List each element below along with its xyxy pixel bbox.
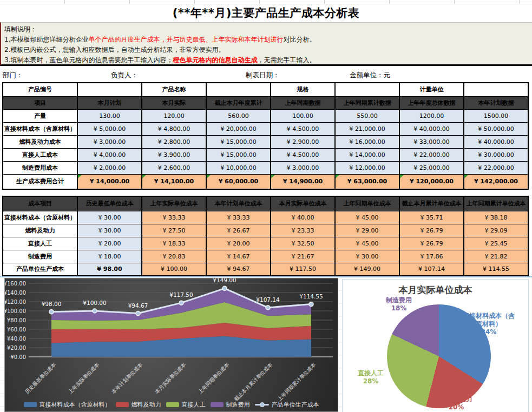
product-info-input[interactable] — [77, 83, 142, 96]
value-cell[interactable]: ¥ 35.71 — [399, 211, 464, 224]
value-cell[interactable]: ¥ 40,000.00 — [399, 122, 464, 135]
value-cell[interactable]: ¥ 5,000.00 — [77, 122, 142, 135]
value-cell[interactable]: ¥ 22,000.00 — [464, 161, 528, 174]
value-cell[interactable]: ¥ 45.00 — [335, 211, 399, 224]
unit-cost-area-chart[interactable]: ¥0.00¥20.00¥40.00¥60.00¥80.00¥100.00¥120… — [4, 278, 338, 412]
value-cell[interactable]: ¥ 14,100.00 — [142, 174, 206, 189]
data-label: ¥94.67 — [128, 302, 148, 309]
value-cell[interactable]: ¥ 30.00 — [77, 211, 142, 224]
value-cell[interactable]: ¥ 45.00 — [335, 237, 399, 250]
value-cell[interactable]: ¥ 94.67 — [206, 263, 271, 276]
value-cell[interactable]: ¥ 30.00 — [77, 224, 142, 237]
amount-unit-label[interactable]: 金额单位：元 — [350, 71, 390, 80]
value-cell[interactable]: ¥ 21.82 — [464, 250, 528, 263]
value-cell[interactable]: ¥ 14.67 — [206, 250, 271, 263]
legend-label: 燃料及动力 — [132, 401, 161, 409]
product-info-input[interactable] — [206, 83, 271, 96]
department-label[interactable]: 部门： — [3, 71, 23, 80]
value-cell[interactable]: ¥ 16,000.00 — [335, 135, 399, 148]
value-cell[interactable]: ¥ 20,000.00 — [206, 122, 271, 135]
value-cell[interactable]: ¥ 15,000.00 — [206, 148, 271, 161]
value-cell[interactable]: ¥ 3,000.00 — [77, 135, 142, 148]
value-cell[interactable]: ¥ 22,000.00 — [399, 148, 464, 161]
value-cell[interactable]: ¥ 63,000.00 — [335, 174, 399, 189]
value-cell[interactable]: ¥ 26.67 — [206, 224, 271, 237]
value-cell[interactable]: 130.00 — [77, 109, 142, 122]
value-cell[interactable]: ¥ 20.00 — [206, 237, 271, 250]
value-cell[interactable]: ¥ 18.00 — [77, 250, 142, 263]
value-cell[interactable]: ¥ 2,000.00 — [77, 161, 142, 174]
y-axis-tick-label: ¥100.00 — [5, 308, 26, 314]
value-cell[interactable]: ¥ 3,000.00 — [271, 161, 335, 174]
value-cell[interactable]: ¥ 2,800.00 — [142, 135, 206, 148]
value-cell[interactable]: ¥ 33.33 — [142, 211, 206, 224]
value-cell[interactable]: ¥ 30,000.00 — [464, 148, 528, 161]
legend-item[interactable]: 直接材料成本（含原材料） — [24, 401, 111, 409]
value-cell[interactable]: ¥ 29.00 — [335, 224, 399, 237]
value-cell[interactable]: 120.00 — [142, 109, 206, 122]
value-cell[interactable]: ¥ 30.00 — [335, 250, 399, 263]
value-cell[interactable]: ¥ 10,000.00 — [206, 161, 271, 174]
value-cell[interactable]: ¥ 40.00 — [271, 211, 335, 224]
value-cell[interactable]: ¥ 20.00 — [77, 237, 142, 250]
value-cell[interactable]: 100.00 — [271, 109, 335, 122]
value-cell[interactable]: ¥ 23.33 — [271, 224, 335, 237]
value-cell[interactable]: ¥ 100.00 — [142, 263, 206, 276]
value-cell[interactable]: ¥ 4,500.00 — [271, 148, 335, 161]
product-info-input[interactable] — [464, 83, 528, 96]
legend-item[interactable]: 直接人工 — [166, 401, 206, 409]
value-cell[interactable]: ¥ 25.45 — [464, 237, 528, 250]
value-cell[interactable]: ¥ 14,000.00 — [77, 174, 142, 189]
value-cell[interactable]: ¥ 33.33 — [206, 211, 271, 224]
value-cell[interactable]: ¥ 38.18 — [464, 211, 528, 224]
value-cell[interactable]: ¥ 2,600.00 — [142, 161, 206, 174]
value-cell[interactable]: ¥ 21.67 — [271, 250, 335, 263]
row-label: 产品单位生产成本 — [3, 263, 77, 276]
value-cell[interactable]: ¥ 50,000.00 — [464, 122, 528, 135]
value-cell[interactable]: ¥ 3,900.00 — [142, 148, 206, 161]
value-cell[interactable]: ¥ 26.79 — [399, 237, 464, 250]
value-cell[interactable]: ¥ 27.50 — [142, 224, 206, 237]
value-cell[interactable]: ¥ 32.50 — [271, 237, 335, 250]
value-cell[interactable]: ¥ 2,900.00 — [271, 135, 335, 148]
value-cell[interactable]: ¥ 14,900.00 — [271, 174, 335, 189]
pie-chart-title: 本月实际单位成本 — [343, 284, 528, 296]
value-cell[interactable]: ¥ 18.33 — [142, 237, 206, 250]
value-cell[interactable]: ¥ 29.09 — [464, 224, 528, 237]
column-header: 截止本月累计单位成本 — [399, 196, 464, 211]
value-cell[interactable]: ¥ 107.14 — [399, 263, 464, 276]
value-cell[interactable]: ¥ 21,000.00 — [335, 122, 399, 135]
value-cell[interactable]: ¥ 12,000.00 — [335, 161, 399, 174]
spreadsheet-grid-left — [0, 277, 4, 412]
value-cell[interactable]: ¥ 17.86 — [399, 250, 464, 263]
value-cell[interactable]: ¥ 60,000.00 — [206, 174, 271, 189]
value-cell[interactable]: ¥ 149.00 — [335, 263, 399, 276]
value-cell[interactable]: 550.00 — [335, 109, 399, 122]
value-cell[interactable]: 1500.00 — [464, 109, 528, 122]
unit-cost-table: 成本项目历史最低单位成本上年实际单位成本本年计划单位成本本月实际单位成本上年同期… — [2, 196, 529, 276]
value-cell[interactable]: ¥ 14,000.00 — [335, 148, 399, 161]
value-cell[interactable]: ¥ 25,000.00 — [399, 161, 464, 174]
value-cell[interactable]: ¥ 142,000.00 — [464, 174, 528, 189]
value-cell[interactable]: ¥ 26.79 — [399, 224, 464, 237]
product-info-input[interactable] — [335, 83, 399, 96]
value-cell[interactable]: ¥ 40,000.00 — [464, 135, 528, 148]
value-cell[interactable]: ¥ 20.83 — [142, 250, 206, 263]
pie-chart[interactable]: 本月实际单位成本 直接材料成本（含原材料） 34% 燃料及动力 20% 直接人工… — [342, 279, 529, 412]
value-cell[interactable]: ¥ 4,000.00 — [77, 148, 142, 161]
report-date-label[interactable]: 制表日期： — [246, 71, 280, 80]
value-cell[interactable]: ¥ 117.50 — [271, 263, 335, 276]
value-cell[interactable]: ¥ 120,000.00 — [399, 174, 464, 189]
value-cell[interactable]: 560.00 — [206, 109, 271, 122]
legend-item[interactable]: 产品单位生产成本 — [255, 401, 319, 409]
value-cell[interactable]: ¥ 15,000.00 — [206, 135, 271, 148]
value-cell[interactable]: ¥ 114.55 — [464, 263, 528, 276]
value-cell[interactable]: ¥ 98.00 — [77, 263, 142, 276]
value-cell[interactable]: 1200.00 — [399, 109, 464, 122]
legend-item[interactable]: 制造费用 — [211, 401, 250, 409]
legend-item[interactable]: 燃料及动力 — [116, 401, 161, 409]
manager-label[interactable]: 负责人： — [111, 71, 138, 80]
value-cell[interactable]: ¥ 33,000.00 — [399, 135, 464, 148]
value-cell[interactable]: ¥ 4,500.00 — [271, 122, 335, 135]
value-cell[interactable]: ¥ 4,800.00 — [142, 122, 206, 135]
